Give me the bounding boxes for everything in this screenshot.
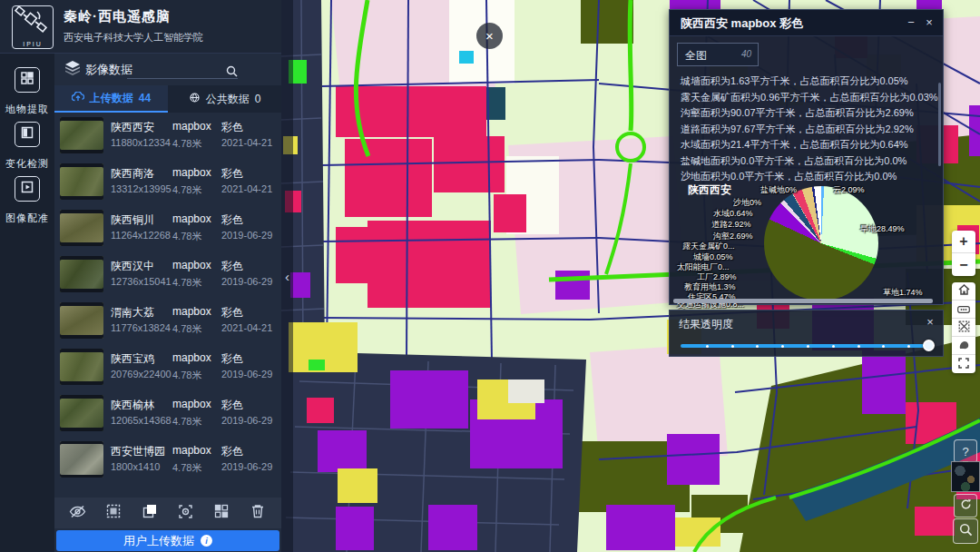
reset-view-button[interactable] [954,494,977,518]
sidebar-item-feature-extraction[interactable]: 地物提取 [0,67,54,118]
item-source: mapbox [172,212,211,225]
result-panel-titlebar[interactable]: 陕西西安 mapbox 彩色 − × [670,10,943,36]
tab-public-data[interactable]: 公共数据 0 [168,85,281,113]
list-item[interactable]: 陕西榆林 12065x14368 mapbox 4.78米 彩色 2019-06… [54,390,281,437]
select-area-button[interactable] [103,502,124,524]
sidebar-item-label: 图像配准 [0,212,54,225]
search-icon[interactable] [226,64,238,81]
list-toolbar [54,498,281,528]
tab-label: 公共数据 [206,92,250,107]
list-item[interactable]: 陕西西安 11880x12334 mapbox 4.78米 彩色 2021-04… [54,113,281,159]
fullscreen-button[interactable] [952,355,975,373]
list-item[interactable]: 渭南大荔 11776x13824 mapbox 4.78米 彩色 2021-04… [54,298,281,344]
sidebar-item-change-detection[interactable]: 变化检测 [0,122,54,172]
item-source: mapbox [172,166,211,179]
view-mode-value: 全图 [685,48,707,64]
hide-layer-button[interactable] [67,502,89,524]
item-date: 2019-06-29 [221,230,272,241]
public-data-icon [189,93,201,105]
draw-shape-button[interactable] [952,337,975,355]
layers-icon [64,61,81,79]
delete-button[interactable] [247,502,269,524]
split-view-icon [15,122,40,147]
result-panel-title: 陕西西安 mapbox 彩色 [681,15,803,32]
zoom-controls: + − [952,231,975,276]
item-name: 渭南大荔 [111,305,154,320]
item-size: 1800x1410 [111,461,160,472]
tab-count: 44 [139,92,151,104]
fullscreen-icon [958,358,969,371]
app-subtitle: 西安电子科技大学人工智能学院 [64,31,203,44]
view-mode-badge: 40 [741,49,751,59]
select-area-icon [106,504,121,522]
copy-layers-button[interactable] [139,502,161,524]
vertical-scrollbar[interactable] [938,83,941,166]
close-button[interactable]: × [921,14,937,30]
info-icon: i [201,535,212,547]
item-resolution: 4.78米 [172,322,201,336]
item-source: mapbox [172,305,211,318]
item-size: 20769x22400 [111,369,172,380]
tab-count: 0 [255,93,261,105]
satellite-icon [13,6,50,37]
eye-off-icon [69,505,86,522]
opacity-panel: 结果透明度 × [669,310,944,357]
list-item[interactable]: 陕西汉中 12736x15041 mapbox 4.78米 彩色 2019-06… [54,251,281,298]
stat-line: 沟壑面积为90.07平方千米，占总面积百分比为2.69% [681,105,935,122]
item-thumbnail [60,163,103,200]
collapse-panel-button[interactable]: ‹ [280,261,294,291]
pie-label: 旱地28.49% [860,223,905,235]
list-item[interactable]: 陕西商洛 13312x13995 mapbox 4.78米 彩色 2021-04… [54,159,281,205]
polygon-select-icon [958,320,970,335]
zoom-in-button[interactable]: + [952,231,975,253]
zoom-out-button[interactable]: − [952,253,975,276]
opacity-slider[interactable] [681,340,933,351]
minimap-thumbnail[interactable] [951,461,980,492]
polygon-select-button[interactable] [952,319,975,337]
list-item[interactable]: 陕西宝鸡 20769x22400 mapbox 4.78米 彩色 2019-06… [54,344,281,390]
home-button[interactable] [952,282,975,301]
list-item[interactable]: 西安世博园 1800x1410 mapbox 4.78米 彩色 2019-06-… [54,437,281,483]
help-button[interactable]: ? [954,439,977,463]
user-upload-button[interactable]: 用户上传数据 i [56,530,279,551]
logo-text: IPIU [13,41,53,47]
item-type: 彩色 [221,305,243,320]
play-square-icon [15,176,40,202]
magnifier-button[interactable] [953,518,978,544]
item-resolution: 4.78米 [172,369,201,382]
item-thumbnail [60,395,103,431]
scale-bar-button[interactable] [952,301,975,319]
item-size: 11264x12268 [111,230,171,241]
sidebar-item-image-registration[interactable]: 图像配准 [0,176,54,227]
close-icon: × [926,15,933,29]
item-date: 2019-06-29 [221,369,272,380]
horizontal-scrollbar[interactable] [673,299,933,303]
view-mode-select[interactable]: 全图 40 [677,43,759,66]
item-thumbnail [60,441,103,478]
item-size: 12065x14368 [111,415,172,426]
search-input[interactable] [127,64,225,79]
locate-button[interactable] [175,502,197,524]
upload-data-icon [72,92,84,104]
close-icon: × [926,315,934,329]
item-name: 西安世博园 [111,444,165,459]
item-resolution: 4.78米 [172,276,201,290]
opacity-panel-title: 结果透明度 [679,317,733,332]
help-icon: ? [962,445,968,458]
opacity-close-button[interactable]: × [923,314,937,329]
tab-uploaded-data[interactable]: 上传数据 44 [54,85,168,113]
item-thumbnail [60,349,103,385]
upload-button-label: 用户上传数据 [123,533,194,549]
locate-icon [178,504,193,523]
app-title: 秦岭·西电遥感脑 [64,8,171,25]
item-resolution: 4.78米 [172,183,201,197]
map-popup-close-button[interactable]: × [476,23,503,49]
slider-handle[interactable] [923,340,935,351]
list-item[interactable]: 陕西铜川 11264x12268 mapbox 4.78米 彩色 2019-06… [54,205,281,251]
minimize-button[interactable]: − [903,14,919,30]
item-source: mapbox [172,351,211,364]
item-type: 彩色 [221,166,243,182]
item-size: 13312x13995 [111,183,172,194]
close-icon: × [485,28,494,44]
split-grid-button[interactable] [211,502,232,524]
